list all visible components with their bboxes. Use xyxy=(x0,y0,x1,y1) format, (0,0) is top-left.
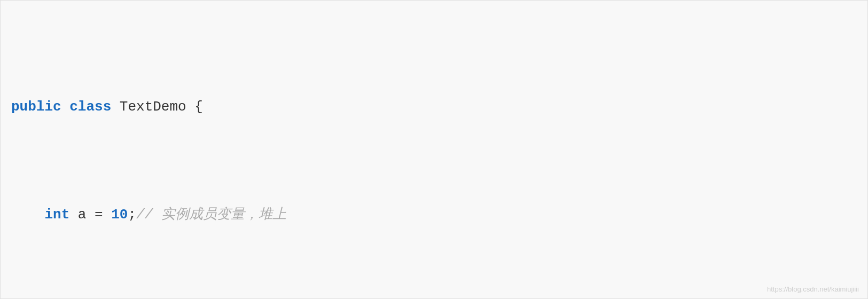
code-line-1: public class TextDemo { xyxy=(11,96,857,117)
class-name: TextDemo { xyxy=(111,99,203,115)
semicolon-1: ; xyxy=(128,207,136,223)
keyword-int-1: int xyxy=(44,207,69,223)
comment-1: // 实例成员变量，堆上 xyxy=(136,207,286,223)
code-block: public class TextDemo { int a = 10;// 实例… xyxy=(11,10,857,299)
keyword-public-class: public class xyxy=(11,99,111,115)
number-10: 10 xyxy=(111,207,128,223)
code-container: public class TextDemo { int a = 10;// 实例… xyxy=(0,0,868,299)
var-a: a = xyxy=(69,207,111,223)
watermark: https://blog.csdn.net/kaimiujiiii xyxy=(767,285,859,293)
code-line-2: int a = 10;// 实例成员变量，堆上 xyxy=(11,204,857,225)
